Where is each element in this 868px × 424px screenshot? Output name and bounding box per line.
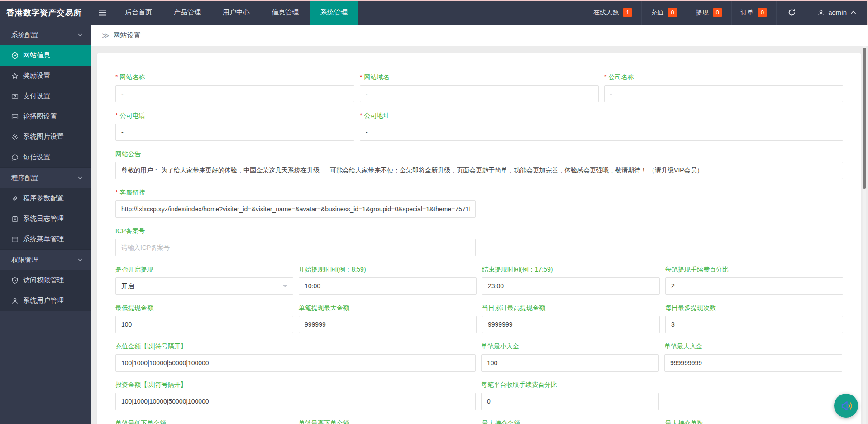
chevron-down-icon [283,285,287,290]
max-single-withdraw-input[interactable] [299,316,477,333]
site-announcement-input[interactable] [115,162,843,179]
field-label: 最大持仓单数 [665,419,703,424]
sidebar-toggle-button[interactable] [91,0,114,25]
stat-withdraw[interactable]: 提现 0 [687,0,731,25]
field-label: 单笔最高下单金额 [299,419,349,424]
company-phone-input[interactable] [115,124,354,141]
form-field-min-withdraw: 最低提现金额 [115,303,293,333]
min-deposit-input[interactable] [481,354,659,372]
stat-online-users[interactable]: 在线人数 1 [584,0,641,25]
hamburger-icon [98,10,106,16]
sidebar-item-site-info[interactable]: 网站信息 [0,45,91,66]
sidebar-item-system-menus[interactable]: 系统菜单管理 [0,229,91,249]
field-label: ICP备案号 [115,227,145,234]
form-field-site-domain: *网站域名 [360,72,599,102]
withdraw-enabled-select[interactable]: 开启 [115,277,293,295]
withdraw-end-time-input[interactable] [482,277,660,295]
username: admin [828,9,847,16]
field-label: 公司地址 [364,112,389,119]
stat-label: 订单 [741,9,754,17]
content-scroll-area: *网站名称 *网站域名 *公司名称 [91,46,868,424]
sidebar-item-reward-settings[interactable]: 奖励设置 [0,66,91,86]
refresh-button[interactable] [776,0,807,25]
field-label: 每笔提现手续费百分比 [665,266,729,273]
sidebar-item-system-users[interactable]: 系统用户管理 [0,291,91,311]
app-shell: 香港数字资产交易所 后台首页 产品管理 用户中心 信息管理 系统管理 在线人数 … [0,0,868,424]
field-label: 公司名称 [608,73,634,81]
form-field-min-order-amount: 单笔最低下单金额 [115,419,293,424]
form-field-site-name: *网站名称 [115,72,354,102]
stat-orders[interactable]: 订单 0 [731,0,776,25]
form-field-icp-number: ICP备案号 [115,226,476,256]
stat-label: 在线人数 [593,9,619,17]
shield-check-icon [11,277,19,284]
sidebar-item-access-permission[interactable]: 访问权限管理 [0,270,91,291]
double-chevron-icon: ≫ [102,31,110,40]
form-field-site-announcement: 网站公告 [115,149,843,179]
sidebar-item-system-images[interactable]: 系统图片设置 [0,127,91,147]
sidebar-section-permission[interactable]: 权限管理 [0,250,91,270]
sidebar-item-system-logs[interactable]: 系统日志管理 [0,209,91,229]
service-link-input[interactable] [115,200,476,218]
form-field-recharge-amounts: 充值金额【以|符号隔开】 [115,342,476,372]
sidebar-item-payment-settings[interactable]: 支付设置 [0,86,91,106]
min-withdraw-input[interactable] [115,316,293,333]
withdraw-fee-percent-input[interactable] [665,277,843,295]
max-deposit-input[interactable] [664,354,842,372]
nav-item-information[interactable]: 信息管理 [261,0,310,25]
nav-item-system[interactable]: 系统管理 [310,0,358,25]
sidebar-section-system-config[interactable]: 系统配置 [0,25,91,45]
menu-window-icon [11,236,19,243]
form-field-withdraw-enabled: 是否开启提现 开启 [115,265,293,295]
sidebar-item-carousel-settings[interactable]: 轮播图设置 [0,106,91,127]
invest-amounts-input[interactable] [115,393,476,410]
recharge-amounts-input[interactable] [115,354,476,372]
sidebar-section-program-config[interactable]: 程序配置 [0,168,91,188]
nav-item-dashboard[interactable]: 后台首页 [114,0,163,25]
field-label: 当日累计最高提现金额 [482,304,545,311]
field-label: 是否开启提现 [115,266,153,273]
required-asterisk: * [115,73,118,81]
withdraw-start-time-input[interactable] [299,277,477,295]
field-label: 公司电话 [119,112,145,119]
clipboard-icon [11,215,19,223]
icp-number-input[interactable] [115,239,476,256]
chevron-down-icon [77,32,83,38]
image-icon [11,113,19,120]
company-name-input[interactable] [604,85,843,102]
platform-fee-percent-input[interactable] [481,393,659,410]
chevron-down-icon [77,175,83,181]
form-field-company-address: *公司地址 [360,111,843,141]
user-icon [11,297,19,305]
status-badge: 0 [668,8,677,17]
announcement-speaker-button[interactable] [834,394,858,418]
form-field-max-position-amount: 最大持仓金额 [482,419,660,424]
field-label: 单笔最低下单金额 [115,419,166,424]
required-asterisk: * [604,73,606,81]
user-icon [817,9,825,16]
scrollbar-thumb[interactable] [863,48,866,189]
form-field-max-position-count: 最大持仓单数 [665,419,843,424]
status-badge: 0 [758,8,767,17]
scrollbar[interactable] [863,46,866,424]
form-field-min-deposit: 单笔最小入金 [481,342,659,372]
speaker-icon [839,399,853,413]
nav-item-users[interactable]: 用户中心 [212,0,261,25]
form-field-max-order-amount: 单笔最高下单金额 [299,419,477,424]
max-daily-withdraw-count-input[interactable] [665,316,843,333]
user-menu[interactable]: admin [807,0,868,25]
form-field-withdraw-start-time: 开始提现时间(例：8:59) [299,265,477,295]
site-name-input[interactable] [115,85,354,102]
site-domain-input[interactable] [360,85,599,102]
sidebar-item-program-params[interactable]: 程序参数配置 [0,188,91,209]
stat-recharge[interactable]: 充值 0 [641,0,686,25]
status-badge: 0 [713,8,722,17]
sidebar-item-sms-settings[interactable]: 短信设置 [0,147,91,167]
field-label: 每日最多提现次数 [665,304,716,311]
nav-item-products[interactable]: 产品管理 [163,0,212,25]
max-daily-withdraw-input[interactable] [482,316,660,333]
field-label: 充值金额【以|符号隔开】 [115,343,187,350]
main-area: ≫ 网站设置 *网站名称 *网站域名 [91,25,868,424]
money-icon [11,93,19,100]
company-address-input[interactable] [360,124,843,141]
